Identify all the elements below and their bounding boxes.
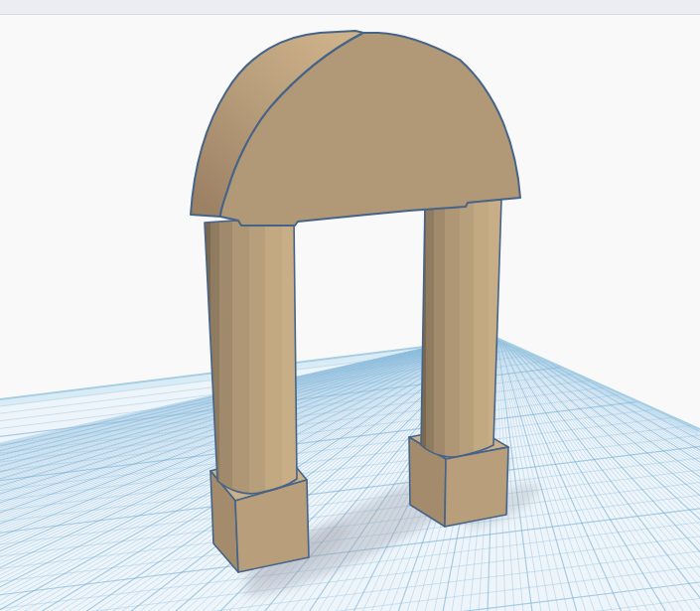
left-column-cylinder[interactable] [205, 217, 297, 494]
3d-viewport[interactable] [0, 15, 700, 611]
top-toolbar-strip [0, 0, 700, 15]
scene-svg[interactable] [0, 15, 700, 611]
right-base-right-face[interactable] [445, 447, 508, 527]
right-column-cylinder[interactable] [421, 200, 501, 457]
app-window [0, 0, 700, 611]
